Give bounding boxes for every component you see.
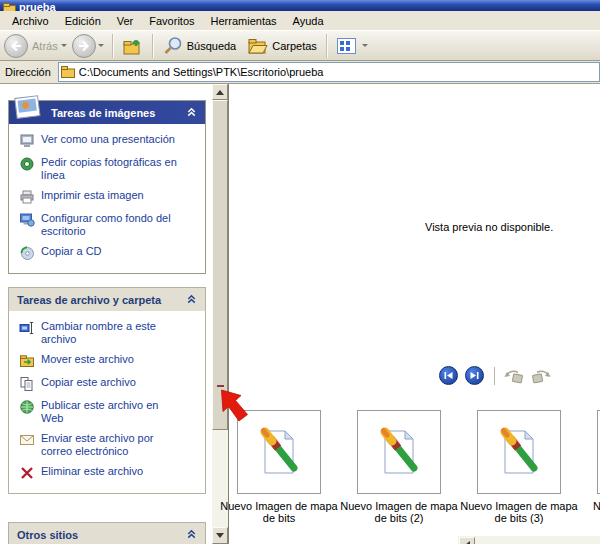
annotation-arrow (215, 387, 255, 427)
up-folder-icon (123, 36, 143, 56)
title-bar[interactable]: prueba (0, 0, 600, 11)
task-panel-tareas-de-archivo-y-carpeta: Tareas de archivo y carpetaCambiar nombr… (8, 287, 206, 494)
task-label: Configurar como fondo del escritorio (41, 212, 183, 238)
task-print[interactable]: Imprimir esta imagen (19, 189, 201, 205)
back-arrow-icon (10, 40, 22, 52)
task-publish[interactable]: Publicar este archivo en Web (19, 399, 201, 425)
menu-item-favoritos[interactable]: Favoritos (141, 13, 202, 29)
file-thumbnail-box[interactable] (477, 410, 561, 494)
back-dropdown-caret[interactable] (61, 44, 67, 47)
address-input[interactable] (79, 66, 599, 78)
menu-item-edicion[interactable]: Edición (57, 13, 109, 29)
bitmap-file-icon (257, 427, 301, 477)
wallpaper-icon (19, 212, 35, 228)
forward-arrow-icon (78, 40, 90, 52)
filmstrip-row: Nuevo Imagen de mapa de bitsNuevo Imagen… (219, 410, 600, 524)
search-label: Búsqueda (187, 40, 237, 52)
print-icon (19, 189, 35, 205)
task-label: Copiar este archivo (41, 376, 136, 389)
scrollbar-thumb[interactable] (212, 100, 228, 430)
preview-message: Vista previa no disponible. (425, 221, 553, 233)
previous-image-button[interactable] (439, 366, 458, 385)
task-label: Publicar este archivo en Web (41, 399, 183, 425)
menu-bar: ArchivoEdiciónVerFavoritosHerramientasAy… (0, 11, 600, 31)
next-icon (470, 371, 479, 380)
previous-icon (444, 371, 453, 380)
address-input-wrap (58, 62, 600, 82)
task-label: Ver como una presentación (41, 133, 175, 146)
menu-item-ayuda[interactable]: Ayuda (285, 13, 332, 29)
toolbar-separator (326, 34, 328, 58)
up-button[interactable] (117, 34, 149, 58)
triangle-down-icon (216, 533, 224, 538)
task-rename[interactable]: Cambiar nombre a este archivo (19, 320, 201, 346)
folders-button[interactable]: Carpetas (242, 34, 323, 58)
task-move[interactable]: Mover este archivo (19, 353, 201, 369)
task-photo-prints[interactable]: Pedir copias fotográficas en línea (19, 156, 201, 182)
rotate-clockwise-button[interactable] (530, 368, 552, 384)
file-item-4-partial[interactable]: N (579, 410, 600, 524)
bitmap-file-icon (377, 427, 421, 477)
search-button[interactable]: Búsqueda (157, 34, 243, 58)
delete-icon (19, 465, 35, 481)
scroll-up-button[interactable] (212, 84, 228, 100)
toolbar-divider (494, 367, 495, 385)
copy-icon (19, 376, 35, 392)
address-folder-icon (61, 66, 75, 78)
publish-icon (19, 399, 35, 415)
panel-header-tareas-de-archivo-y-carpeta[interactable]: Tareas de archivo y carpeta (9, 288, 205, 311)
back-button-label: Atrás (32, 40, 58, 52)
bitmap-file-icon (497, 427, 541, 477)
panel-body: Ver como una presentaciónPedir copias fo… (9, 124, 205, 273)
window-title: prueba (19, 1, 56, 11)
task-wallpaper[interactable]: Configurar como fondo del escritorio (19, 212, 201, 238)
views-dropdown-caret[interactable] (362, 44, 368, 47)
file-label: Nuevo Imagen de mapa de bits (219, 500, 339, 524)
scroll-left-button[interactable] (459, 537, 475, 544)
task-email[interactable]: Enviar este archivo por correo electróni… (19, 432, 201, 458)
task-slideshow[interactable]: Ver como una presentación (19, 133, 201, 149)
preview-area: Vista previa no disponible. (229, 84, 600, 544)
photo-prints-icon (19, 156, 35, 172)
file-item-3[interactable]: Nuevo Imagen de mapa de bits (3) (459, 410, 579, 524)
chevron-up-icon (186, 528, 197, 541)
task-label: Copiar a CD (41, 245, 102, 258)
task-delete[interactable]: Eliminar este archivo (19, 465, 201, 481)
task-label: Mover este archivo (41, 353, 134, 366)
task-copy-cd[interactable]: Copiar a CD (19, 245, 201, 261)
panel-header-otros-sitios[interactable]: Otros sitios (9, 523, 205, 544)
rename-icon (19, 320, 35, 336)
task-copy[interactable]: Copiar este archivo (19, 376, 201, 392)
task-label: Imprimir esta imagen (41, 189, 144, 202)
file-thumbnail-box[interactable] (357, 410, 441, 494)
views-button[interactable] (331, 36, 379, 56)
panel-title: Otros sitios (17, 529, 78, 541)
next-image-button[interactable] (465, 366, 484, 385)
file-item-2[interactable]: Nuevo Imagen de mapa de bits (2) (339, 410, 459, 524)
views-icon (337, 38, 356, 54)
forward-button[interactable] (72, 34, 96, 58)
toolbar-separator (152, 34, 154, 58)
image-tasks-icon (13, 94, 43, 121)
search-icon (163, 36, 183, 56)
file-label: Nuevo Imagen de mapa de bits (3) (459, 500, 579, 524)
menu-item-archivo[interactable]: Archivo (4, 13, 57, 29)
panel-header-tareas-de-imagenes[interactable]: Tareas de imágenes (9, 101, 205, 124)
chevron-up-icon (186, 293, 197, 306)
address-bar: Dirección (0, 61, 600, 84)
scroll-down-button[interactable] (212, 527, 228, 544)
file-item-1[interactable]: Nuevo Imagen de mapa de bits (219, 410, 339, 524)
back-button[interactable] (4, 34, 28, 58)
chevron-up-icon (186, 106, 197, 119)
horizontal-scrollbar[interactable] (458, 536, 600, 544)
rotate-counterclockwise-button[interactable] (503, 368, 525, 384)
standard-toolbar: Atrás Búsqueda (0, 31, 600, 61)
menu-item-herramientas[interactable]: Herramientas (203, 13, 285, 29)
toolbar-separator (112, 34, 114, 58)
menu-item-ver[interactable]: Ver (109, 13, 142, 29)
copy-cd-icon (19, 245, 35, 261)
folders-icon (248, 36, 268, 56)
explorer-window: prueba ArchivoEdiciónVerFavoritosHerrami… (0, 0, 600, 544)
task-label: Eliminar este archivo (41, 465, 143, 478)
forward-dropdown-caret[interactable] (98, 44, 104, 47)
